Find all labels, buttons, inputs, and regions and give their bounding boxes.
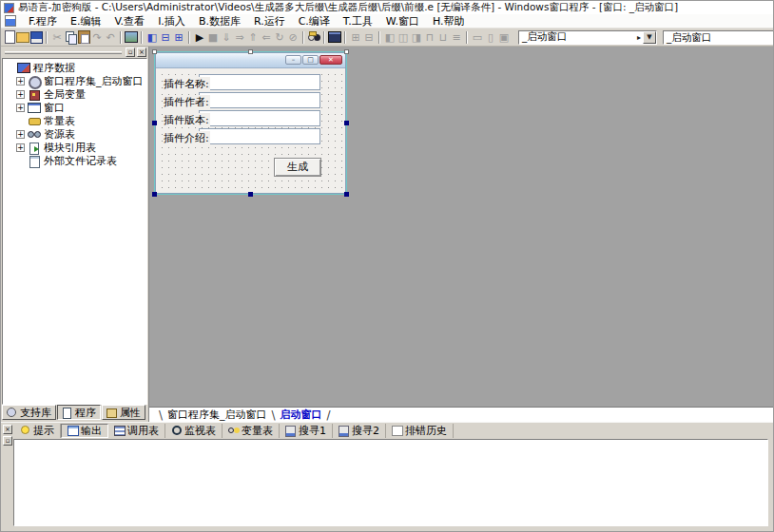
panel-close-icon[interactable]: ×: [3, 425, 12, 434]
tree-item-global-variables[interactable]: + 全局变量: [3, 87, 146, 101]
run-icon[interactable]: ▶: [193, 29, 206, 45]
menu-view[interactable]: V.查看: [108, 15, 152, 28]
panel-float-icon[interactable]: ▫: [3, 436, 12, 446]
selection-handle-bottom-center[interactable]: [248, 192, 253, 197]
tree-item-external-file-table[interactable]: 外部文件记录表: [3, 154, 146, 167]
tree-expand-icon[interactable]: +: [16, 104, 25, 112]
tab-support-library[interactable]: 支持库: [2, 405, 56, 420]
debug-window-icon[interactable]: [328, 29, 341, 45]
same-height-icon[interactable]: ▯: [484, 29, 497, 45]
plugin-intro-input[interactable]: [199, 128, 320, 144]
redo-icon[interactable]: ↷: [90, 29, 104, 45]
window-selector-combo[interactable]: _启动窗口 ▸ ▼: [518, 30, 657, 45]
menu-insert[interactable]: I.插入: [151, 15, 192, 28]
dock-close-icon[interactable]: ×: [137, 48, 146, 57]
find-icon[interactable]: [307, 29, 320, 45]
tree-item-resource-table[interactable]: + 资源表: [3, 127, 146, 141]
tab-startup-window[interactable]: 启动窗口: [278, 408, 325, 422]
save-icon[interactable]: [29, 29, 43, 45]
grid-show-icon[interactable]: ⊟: [362, 29, 376, 45]
dock-grip[interactable]: [5, 51, 122, 54]
same-width-icon[interactable]: ▭: [471, 29, 484, 45]
step-out-icon[interactable]: ⇑: [246, 29, 260, 45]
undo-icon[interactable]: ↶: [104, 29, 117, 45]
copy-icon[interactable]: [64, 29, 77, 45]
new-file-icon[interactable]: [3, 29, 16, 45]
tab-search-2[interactable]: 搜寻2: [333, 424, 386, 438]
output-content[interactable]: [13, 439, 768, 526]
tree-item-window[interactable]: + 窗口: [3, 101, 146, 114]
tree-item-module-reference-table[interactable]: + 模块引用表: [3, 141, 146, 154]
layout-bottom-icon[interactable]: ⊟: [159, 29, 172, 45]
align-middle-icon[interactable]: ≡: [450, 29, 463, 45]
selection-handle-middle-right[interactable]: [344, 121, 349, 125]
tab-program[interactable]: 程序: [57, 405, 101, 420]
tab-debug-history[interactable]: 排错历史: [386, 424, 454, 438]
tab-properties[interactable]: 属性: [102, 405, 145, 420]
tree-node-label: 全局变量: [44, 87, 86, 102]
maximize-icon: □: [302, 55, 319, 65]
designed-form-selection[interactable]: – □ ✕ 插件名称: 插件作者:: [155, 52, 346, 194]
output-tab-label: 监视表: [184, 424, 216, 438]
menu-database[interactable]: B.数据库: [192, 15, 247, 28]
layout-left-icon[interactable]: ◧: [145, 29, 159, 45]
combo-dropdown-icon[interactable]: ▼: [643, 31, 656, 44]
tree-item-window-program-set[interactable]: + 窗口程序集_启动窗口: [3, 74, 146, 87]
toolbar-separator: [141, 31, 143, 44]
generate-button[interactable]: 生成: [274, 158, 321, 177]
tab-output[interactable]: 输出: [61, 424, 108, 438]
image-resource-icon[interactable]: [125, 29, 138, 45]
align-right-icon[interactable]: ◨: [410, 29, 423, 45]
selection-handle-bottom-left[interactable]: [152, 192, 157, 197]
stop-icon[interactable]: ■: [206, 29, 220, 45]
step-into-icon[interactable]: ⇓: [220, 29, 233, 45]
selection-handle-top-center[interactable]: [248, 49, 253, 54]
tab-window-program-set[interactable]: 窗口程序集_启动窗口: [164, 408, 270, 422]
step-over-icon[interactable]: ⇒: [233, 29, 246, 45]
align-top-icon[interactable]: ⊓: [423, 29, 436, 45]
align-left-icon[interactable]: ◧: [383, 29, 397, 45]
open-file-icon[interactable]: [16, 29, 29, 45]
run-to-cursor-icon[interactable]: ⇐: [260, 29, 273, 45]
plugin-author-input[interactable]: [199, 92, 320, 108]
tab-search-1[interactable]: 搜寻1: [280, 424, 333, 438]
menu-program[interactable]: F.程序: [22, 15, 64, 28]
selection-handle-bottom-right[interactable]: [344, 192, 349, 197]
same-size-icon[interactable]: ▣: [497, 29, 511, 45]
menu-compile[interactable]: C.编译: [292, 15, 337, 28]
toolbar-separator: [46, 31, 48, 44]
menu-run[interactable]: R.运行: [247, 15, 292, 28]
menu-help[interactable]: H.帮助: [426, 15, 472, 28]
selection-handle-middle-left[interactable]: [152, 121, 157, 125]
tree-node-label: 常量表: [44, 114, 75, 128]
tree-item-constant-table[interactable]: 常量表: [3, 114, 146, 127]
tree-expand-icon[interactable]: +: [16, 90, 25, 99]
tab-variable-table[interactable]: 变量表: [223, 424, 280, 438]
layout-grid-icon[interactable]: ⊞: [172, 29, 185, 45]
plugin-name-input[interactable]: [199, 74, 320, 90]
window-name-box[interactable]: _启动窗口: [663, 30, 774, 45]
selection-handle-top-left[interactable]: [152, 49, 157, 54]
dock-float-icon[interactable]: ▫: [126, 48, 135, 57]
tree-item-program-data[interactable]: 程序数据: [3, 61, 146, 74]
restart-icon[interactable]: ↻: [273, 29, 286, 45]
paste-icon[interactable]: [77, 29, 90, 45]
tab-call-table[interactable]: 调用表: [108, 424, 165, 438]
tree-expand-icon[interactable]: +: [16, 77, 25, 86]
tab-hint[interactable]: 提示: [14, 424, 61, 438]
plugin-version-input[interactable]: [199, 110, 320, 126]
menu-tools[interactable]: T.工具: [337, 15, 379, 28]
grid-snap-icon[interactable]: ⊞: [349, 29, 362, 45]
form-row: 插件作者:: [156, 92, 345, 108]
selection-handle-top-right[interactable]: [344, 49, 349, 54]
menu-edit[interactable]: E.编辑: [64, 15, 107, 28]
designed-form[interactable]: – □ ✕ 插件名称: 插件作者:: [155, 52, 346, 194]
align-center-icon[interactable]: ◫: [397, 29, 410, 45]
pause-icon[interactable]: ⊘: [286, 29, 300, 45]
cut-icon[interactable]: ✂: [50, 29, 64, 45]
tree-expand-icon[interactable]: +: [16, 143, 25, 152]
align-bottom-icon[interactable]: ⊔: [436, 29, 450, 45]
menu-window[interactable]: W.窗口: [379, 15, 426, 28]
tab-watch-table[interactable]: 监视表: [165, 424, 223, 438]
tree-expand-icon[interactable]: +: [16, 130, 25, 139]
